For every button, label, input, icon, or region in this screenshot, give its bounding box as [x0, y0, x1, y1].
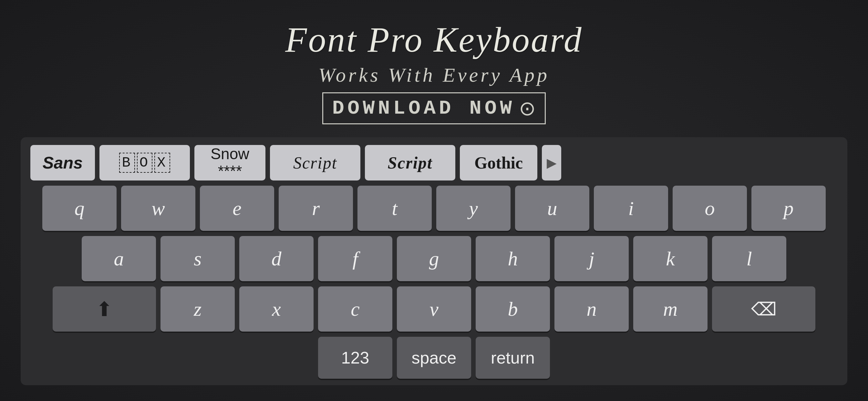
key-c[interactable]: c — [318, 286, 392, 332]
font-label-sans: Sans — [42, 153, 83, 173]
box-char-b: B — [119, 153, 135, 173]
key-z[interactable]: z — [160, 286, 235, 332]
key-o[interactable]: o — [673, 186, 747, 231]
box-char-x: X — [154, 153, 170, 173]
key-a[interactable]: a — [82, 236, 156, 281]
key-f[interactable]: f — [318, 236, 392, 281]
download-button[interactable]: DOWNLOAD NOW ⊙ — [322, 92, 546, 124]
key-shift[interactable]: ⬆ — [53, 286, 156, 332]
font-label-snow: Snow**** — [211, 146, 249, 180]
box-char-o: O — [137, 153, 152, 173]
key-y[interactable]: y — [436, 186, 510, 231]
key-space[interactable]: space — [397, 337, 471, 379]
font-label-script1: Script — [293, 153, 337, 173]
key-i[interactable]: i — [594, 186, 668, 231]
key-row-1: q w e r t y u i o p — [27, 186, 841, 231]
font-btn-script2[interactable]: Script — [365, 145, 455, 181]
key-j[interactable]: j — [554, 236, 629, 281]
key-u[interactable]: u — [515, 186, 589, 231]
key-return[interactable]: return — [476, 337, 550, 379]
key-backspace[interactable]: ⌫ — [712, 286, 815, 332]
key-row-4: 123 space return — [27, 337, 841, 379]
keyboard-container: Sans B O X Snow**** Script Script Gothic… — [21, 137, 847, 385]
font-btn-more[interactable]: ▶ — [542, 145, 561, 181]
key-l[interactable]: l — [712, 236, 786, 281]
key-t[interactable]: t — [358, 186, 432, 231]
key-k[interactable]: k — [633, 236, 708, 281]
app-title: Font Pro Keyboard — [285, 19, 583, 60]
font-btn-gothic[interactable]: Gothic — [460, 145, 537, 181]
backspace-icon: ⌫ — [751, 299, 777, 320]
key-q[interactable]: q — [42, 186, 117, 231]
key-x[interactable]: x — [239, 286, 314, 332]
download-label: DOWNLOAD NOW — [332, 97, 515, 120]
key-w[interactable]: w — [121, 186, 195, 231]
font-selector-row: Sans B O X Snow**** Script Script Gothic… — [27, 145, 841, 181]
key-e[interactable]: e — [200, 186, 274, 231]
font-btn-script1[interactable]: Script — [270, 145, 361, 181]
font-label-gothic: Gothic — [474, 153, 523, 173]
font-label-box: B O X — [119, 153, 170, 173]
key-b[interactable]: b — [476, 286, 550, 332]
key-row-3: ⬆ z x c v b n m ⌫ — [27, 286, 841, 332]
header: Font Pro Keyboard Works With Every App D… — [285, 0, 583, 124]
key-123[interactable]: 123 — [318, 337, 392, 379]
font-btn-sans[interactable]: Sans — [30, 145, 95, 181]
subtitle: Works With Every App — [318, 64, 550, 87]
key-s[interactable]: s — [160, 236, 235, 281]
key-r[interactable]: r — [279, 186, 353, 231]
key-g[interactable]: g — [397, 236, 471, 281]
font-label-script2: Script — [388, 153, 432, 173]
download-icon: ⊙ — [519, 96, 536, 120]
key-n[interactable]: n — [554, 286, 629, 332]
key-row-2: a s d f g h j k l — [27, 236, 841, 281]
font-btn-snow[interactable]: Snow**** — [194, 145, 266, 181]
key-d[interactable]: d — [239, 236, 314, 281]
font-btn-box[interactable]: B O X — [99, 145, 190, 181]
more-icon: ▶ — [547, 155, 557, 170]
shift-icon: ⬆ — [96, 297, 113, 321]
key-p[interactable]: p — [751, 186, 826, 231]
key-m[interactable]: m — [633, 286, 708, 332]
key-h[interactable]: h — [476, 236, 550, 281]
key-v[interactable]: v — [397, 286, 471, 332]
